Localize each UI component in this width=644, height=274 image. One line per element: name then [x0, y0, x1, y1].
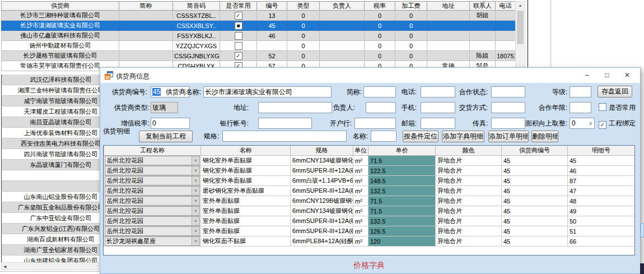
table-vertical-scrollbar[interactable]: ▲ [515, 1, 525, 75]
project-combo-cell[interactable]: 岳州北控花园˅ [104, 226, 201, 236]
col-header-phone[interactable]: 电话 [496, 2, 516, 11]
common-checkbox[interactable]: ✓ [235, 12, 242, 20]
cell-supplier[interactable]: 扬州中勤建材有限公司 [2, 41, 119, 51]
cell-supplier[interactable]: 长沙市潇湘玻璃实业有限公司 [2, 21, 119, 31]
cell-fee[interactable]: 0 [395, 41, 427, 51]
cell-supplier-no[interactable]: 45 [502, 206, 568, 216]
col-name[interactable]: 名称 [201, 146, 291, 156]
combo-arrow-icon[interactable]: ˅ [192, 156, 199, 165]
combo-arrow-icon[interactable]: ˅ [192, 207, 199, 215]
col-header-common[interactable]: 是否常用 [220, 2, 257, 11]
col-header-type[interactable]: 类型 [287, 2, 320, 11]
table-row[interactable]: 佛山市亿鑫玻璃科技有限公司 FSSYXBLKJ.. 46 0 0 0 [2, 31, 516, 41]
cell-detail-no[interactable]: 47 [568, 186, 635, 196]
cell-spec[interactable]: 6mmCNY134镀膜钢化 [291, 206, 353, 216]
vat-rate-input[interactable]: 0 [151, 118, 190, 129]
cell-address[interactable] [427, 51, 470, 61]
cell-address[interactable] [427, 31, 470, 41]
cell-name[interactable]: 钢化室外单面贴膜 [201, 156, 291, 166]
cell-detail-no[interactable]: 45 [568, 156, 635, 166]
col-header-id[interactable]: 编号 [257, 2, 287, 11]
coop-status-input[interactable] [491, 86, 525, 97]
scroll-left-icon[interactable]: ◀ [3, 264, 6, 269]
col-header-address[interactable]: 地址 [427, 2, 470, 11]
cell-type[interactable]: 0 [287, 41, 320, 51]
phone-input[interactable] [421, 86, 455, 97]
close-icon[interactable]: ✕ [619, 68, 636, 82]
common-checkbox[interactable] [235, 32, 242, 40]
delivery-mode-input[interactable] [491, 102, 525, 113]
cell-detail-no[interactable]: 51 [568, 226, 635, 236]
cell-unit[interactable]: m² [353, 226, 368, 236]
table-row[interactable]: 扬州中勤建材有限公司 YZZQJCYXGS 0 0 0 [2, 41, 516, 51]
cell-fee[interactable]: 0 [395, 21, 427, 31]
project-combo-cell[interactable]: 岳州北控花园˅ [104, 176, 201, 186]
cell-id[interactable]: 13 [257, 11, 287, 21]
project-bind-checkbox[interactable]: ✓工程绑定 [599, 119, 636, 128]
col-project[interactable]: 工程名称 [104, 146, 201, 156]
cell-unit[interactable]: m² [353, 176, 368, 186]
common-checkbox[interactable]: ■ [235, 22, 242, 30]
col-header-contact[interactable]: 联系人 [470, 2, 496, 11]
cell-common[interactable] [220, 41, 257, 51]
col-spec[interactable]: 规格 [291, 146, 353, 156]
cell-name[interactable]: 室外单面贴膜 [201, 196, 291, 206]
cell-unit[interactable]: m² [353, 216, 368, 226]
project-combo-cell[interactable]: 岳州北控花园˅ [104, 186, 201, 196]
col-header-supplier[interactable]: 供货商 [2, 2, 119, 11]
cell-supplier-no[interactable]: 45 [502, 176, 568, 186]
scrollbar-thumb[interactable] [517, 11, 524, 44]
supplier-type-input[interactable]: 玻璃 [151, 102, 178, 113]
mobile-input[interactable] [421, 102, 455, 113]
cell-contact[interactable] [470, 31, 496, 41]
col-unit[interactable]: 单位 [353, 146, 368, 156]
cell-color[interactable]: 异地合片 [436, 226, 502, 236]
is-common-checkbox[interactable]: 是否常用 [599, 103, 636, 112]
cell-address[interactable] [427, 41, 470, 51]
cell-color[interactable]: 异地合片 [436, 166, 502, 176]
cell-price[interactable]: 126.5 [368, 226, 436, 236]
cell-unit[interactable]: m² [353, 196, 368, 206]
copy-project-button[interactable]: 复制当前工程 [139, 131, 193, 142]
col-supplier-no[interactable]: 供货商编号 [502, 146, 568, 156]
cell-detail-no[interactable]: 66 [568, 236, 635, 247]
list-horizontal-scrollbar[interactable]: ◀ [1, 262, 99, 270]
table-row-selected[interactable]: 长沙市潇湘玻璃实业有限公司 CSSXXBLSY.. ■ 45 0 0 0 [2, 21, 516, 31]
cell-price[interactable]: 71.5 [368, 156, 436, 166]
cell-id[interactable] [257, 41, 287, 51]
cell-name[interactable]: 钢化室外单面贴膜 [201, 176, 291, 186]
cell-name[interactable]: 室外单面贴膜 [201, 206, 291, 216]
combo-arrow-icon[interactable]: ˅ [192, 177, 199, 185]
checkbox-box[interactable] [599, 103, 606, 111]
cell-tax[interactable]: 0 [365, 41, 395, 51]
area-round-combobox[interactable]: 0 ∨ [570, 118, 595, 129]
cell-common[interactable]: ■ [220, 21, 257, 31]
project-combo-cell[interactable]: 岳州北控花园˅ [104, 216, 201, 226]
cell-fee[interactable]: 0 [395, 31, 427, 41]
combo-arrow-icon[interactable]: ˅ [192, 197, 199, 205]
combo-arrow-icon[interactable]: ˅ [192, 187, 199, 195]
col-header-fee[interactable]: 加工费 [395, 2, 427, 11]
cell-type[interactable]: 0 [287, 51, 320, 61]
cell-id[interactable]: 46 [257, 31, 287, 41]
cell-address[interactable] [427, 11, 470, 21]
cell-spec[interactable]: 6mmSUPER-III+12A(硅... [291, 216, 353, 226]
cell-common[interactable]: ✓ [220, 11, 257, 21]
cell-phone[interactable] [496, 11, 516, 21]
cell-common[interactable]: ✓ [220, 51, 257, 61]
cell-spec[interactable]: 6mmPLE84+12A(硅酮胶... [291, 236, 353, 247]
cell-price[interactable]: 132.5 [368, 216, 436, 226]
cell-price[interactable]: 148.5 [368, 176, 436, 186]
supplier-name-input[interactable]: 长沙市潇湘玻璃实业有限公司 [203, 86, 332, 97]
cell-manager[interactable] [320, 41, 365, 51]
spec-input[interactable] [222, 131, 347, 142]
locate-button[interactable]: 按条件定位 [403, 131, 438, 142]
chevron-down-icon[interactable]: ∨ [589, 118, 592, 128]
cell-price[interactable]: 71.5 [368, 206, 436, 216]
minimize-icon[interactable]: – [578, 68, 595, 82]
cell-color[interactable]: 异地合片 [436, 236, 502, 247]
cell-supplier-no[interactable]: 45 [502, 216, 568, 226]
col-price[interactable]: 单价 [368, 146, 436, 156]
cell-spec[interactable]: 6mmSUPER-III+12A(硅... [291, 166, 353, 176]
cell-tax[interactable]: 0 [365, 51, 395, 61]
